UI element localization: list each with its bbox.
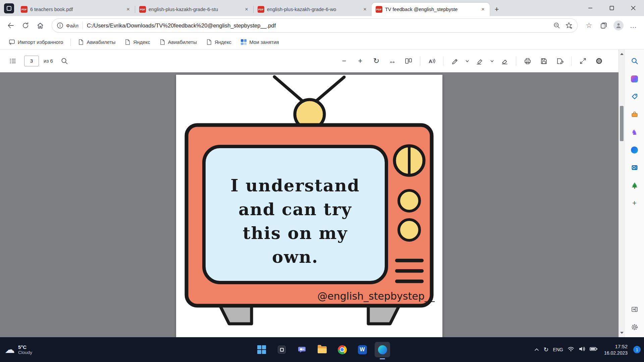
taskbar-app-icons: W bbox=[254, 342, 390, 357]
tab-teachers-book[interactable]: PDF 6 teachers book.pdf × bbox=[17, 3, 135, 16]
scroll-up-button[interactable] bbox=[619, 50, 625, 58]
language-indicator[interactable]: ENG bbox=[553, 347, 563, 352]
page-view-button[interactable] bbox=[402, 54, 415, 68]
contents-button[interactable] bbox=[6, 54, 19, 68]
scrollbar-track[interactable] bbox=[619, 58, 625, 328]
sidebar-shopping-button[interactable] bbox=[629, 91, 640, 102]
highlight-options-chevron[interactable] bbox=[489, 54, 495, 68]
draw-button[interactable] bbox=[448, 54, 462, 68]
tab-tv-feedback-active[interactable]: PDF TV feedback @english_stepbyste × bbox=[372, 3, 490, 16]
profile-avatar[interactable] bbox=[612, 19, 625, 32]
triangle-down-icon bbox=[620, 332, 624, 334]
edge-button[interactable] bbox=[375, 342, 390, 357]
print-button[interactable] bbox=[521, 54, 534, 68]
sidebar-add-button[interactable]: + bbox=[629, 198, 640, 208]
pdf-search-button[interactable] bbox=[58, 54, 71, 68]
task-view-button[interactable] bbox=[274, 342, 289, 357]
pdf-scrollbar[interactable] bbox=[619, 50, 625, 337]
sidebar-games-button[interactable]: ♞ bbox=[629, 127, 640, 137]
address-bar[interactable]: Файл C:/Users/Evrika/Downloads/TV%20feed… bbox=[52, 18, 578, 33]
tree-icon bbox=[631, 182, 638, 189]
refresh-button[interactable] bbox=[19, 19, 32, 32]
maximize-button[interactable] bbox=[601, 0, 623, 16]
minimize-icon bbox=[588, 6, 593, 10]
tab-label: english-plus-kazakh-grade-6-stu bbox=[149, 7, 240, 12]
collections-button[interactable] bbox=[597, 19, 610, 32]
sidebar-outlook-button[interactable] bbox=[629, 162, 640, 173]
notification-badge[interactable]: 1 bbox=[633, 346, 641, 353]
pdf-viewport[interactable]: I understand and can try this on my own.… bbox=[0, 72, 619, 337]
sidebar-panel-button[interactable] bbox=[629, 304, 640, 315]
tab-workspaces-icon[interactable] bbox=[4, 3, 14, 13]
favorites-button[interactable]: ☆ bbox=[582, 19, 596, 32]
sidebar-m365-button[interactable] bbox=[629, 144, 640, 155]
fit-width-button[interactable]: ↔ bbox=[386, 54, 399, 68]
zoom-out-button[interactable]: − bbox=[337, 54, 351, 68]
erase-button[interactable] bbox=[498, 54, 511, 68]
avatar-circle bbox=[613, 20, 624, 31]
bookmark-yandex-1[interactable]: Яндекс bbox=[121, 37, 153, 47]
file-explorer-button[interactable] bbox=[314, 342, 330, 357]
bookmark-import-favorites[interactable]: Импорт избранного bbox=[5, 37, 66, 47]
read-aloud-button[interactable]: A bbox=[425, 54, 438, 68]
tab-label: TV feedback @english_stepbyste bbox=[385, 7, 477, 12]
tv-knob-2 bbox=[399, 220, 420, 240]
teams-chat-button[interactable] bbox=[294, 342, 310, 357]
weather-cloud-icon: ☁ bbox=[5, 345, 15, 355]
hidden-icons-button[interactable] bbox=[534, 347, 539, 353]
bookmarks-divider bbox=[70, 39, 71, 46]
bookmark-aviabilety-1[interactable]: Авиабилеты bbox=[75, 37, 119, 47]
maximize-icon bbox=[609, 6, 614, 10]
chrome-button[interactable] bbox=[334, 342, 350, 357]
zoom-in-button[interactable]: + bbox=[354, 54, 367, 68]
draw-options-chevron[interactable] bbox=[464, 54, 470, 68]
bookmarks-bar: Импорт избранного Авиабилеты Яндекс Авиа… bbox=[0, 35, 644, 50]
page-icon bbox=[78, 39, 84, 45]
scrollbar-thumb[interactable] bbox=[620, 106, 624, 141]
close-icon[interactable]: × bbox=[125, 6, 131, 13]
weather-widget[interactable]: ☁ 5°C Cloudy bbox=[5, 344, 32, 355]
zoom-indicator-icon[interactable] bbox=[553, 22, 560, 29]
pdf-file-icon: PDF bbox=[376, 6, 382, 13]
printer-icon bbox=[524, 57, 531, 65]
start-button[interactable] bbox=[254, 342, 269, 357]
pdf-settings-button[interactable] bbox=[592, 54, 606, 68]
sidebar-copilot-button[interactable] bbox=[629, 73, 640, 84]
close-icon[interactable]: × bbox=[480, 6, 486, 13]
save-as-button[interactable] bbox=[553, 54, 567, 68]
add-favorite-icon[interactable] bbox=[565, 22, 573, 29]
sidebar-search-button[interactable] bbox=[629, 56, 640, 66]
page-number-input[interactable] bbox=[24, 56, 39, 66]
minimize-button[interactable] bbox=[580, 0, 601, 16]
close-window-button[interactable] bbox=[623, 0, 644, 16]
wifi-button[interactable] bbox=[568, 346, 574, 353]
save-icon bbox=[540, 57, 547, 65]
bookmark-moi-zanyatiya[interactable]: Мои занятия bbox=[237, 37, 282, 47]
menu-ellipsis-button[interactable]: … bbox=[627, 19, 640, 32]
battery-button[interactable] bbox=[590, 347, 598, 353]
save-button[interactable] bbox=[537, 54, 550, 68]
scroll-down-button[interactable] bbox=[619, 328, 625, 337]
sidebar-toolbox-button[interactable] bbox=[629, 109, 640, 120]
highlight-button[interactable] bbox=[473, 54, 486, 68]
page-icon bbox=[206, 39, 212, 45]
tab-workbook[interactable]: PDF english-plus-kazakh-grade-6-wo × bbox=[254, 3, 372, 16]
bookmark-aviabilety-2[interactable]: Авиабилеты bbox=[156, 37, 200, 47]
sync-icon[interactable]: ↻ bbox=[543, 347, 548, 353]
home-button[interactable] bbox=[34, 19, 47, 32]
pdf-file-icon: PDF bbox=[258, 6, 264, 13]
sidebar-grow-button[interactable] bbox=[629, 180, 640, 191]
taskbar-clock[interactable]: 17:52 16.02.2023 bbox=[604, 343, 628, 356]
new-tab-button[interactable]: + bbox=[492, 4, 502, 14]
volume-button[interactable] bbox=[579, 346, 585, 353]
read-aloud-icon: A bbox=[428, 57, 436, 65]
bookmark-yandex-2[interactable]: Яндекс bbox=[203, 37, 235, 47]
sidebar-settings-button[interactable] bbox=[629, 322, 640, 333]
close-icon[interactable]: × bbox=[243, 6, 250, 13]
tab-student-book[interactable]: PDF english-plus-kazakh-grade-6-stu × bbox=[135, 3, 253, 16]
fullscreen-button[interactable] bbox=[576, 54, 590, 68]
word-button[interactable]: W bbox=[355, 342, 370, 357]
back-button[interactable] bbox=[4, 19, 17, 32]
close-icon[interactable]: × bbox=[362, 6, 368, 13]
rotate-button[interactable]: ↻ bbox=[370, 54, 383, 68]
